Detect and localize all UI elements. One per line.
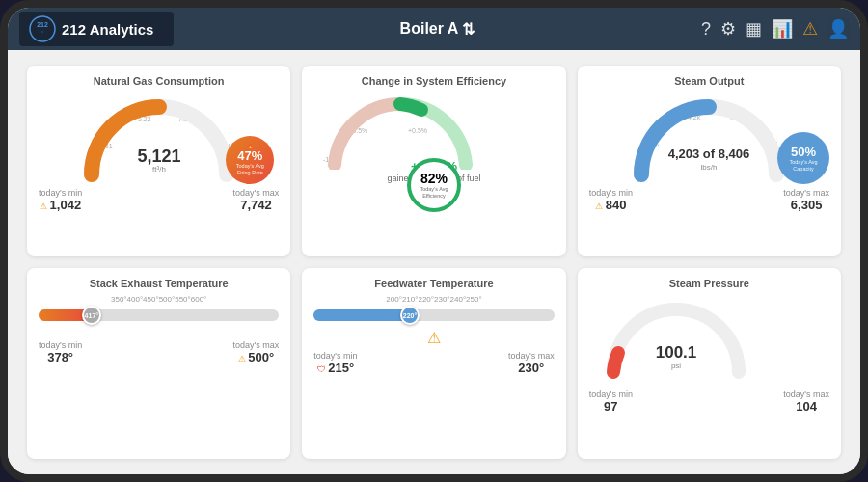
device-inner: 212 ° 212 Analytics Boiler A ⇅ ? ⚙ ▦ 📊 ⚠…	[8, 8, 860, 474]
pressure-gauge-container: 100 125 150 100.1 psi	[589, 295, 829, 386]
logo-text: 212 Analytics	[62, 21, 153, 38]
svg-text:212: 212	[37, 21, 48, 28]
natural-gas-title: Natural Gas Consumption	[94, 75, 225, 87]
feedwater-bar-container: 220°	[313, 309, 554, 321]
stack-exhaust-title: Stack Exhaust Temperature	[90, 278, 229, 289]
logo-icon: 212 °	[29, 15, 56, 42]
steam-output-minmax: today's min ⚠ 840 today's max 6,305	[589, 188, 829, 212]
steam-output-min: today's min ⚠ 840	[589, 188, 633, 212]
svg-text:lbs/h: lbs/h	[701, 163, 718, 172]
firing-rate-label: Today's AvgFiring Rate	[236, 163, 264, 175]
firing-rate-pct: 47%	[237, 148, 262, 163]
svg-text:5,121: 5,121	[137, 147, 180, 166]
feedwater-bar-track: 220°	[313, 309, 554, 321]
stack-max: today's max ⚠ 500°	[233, 340, 280, 364]
steam-output-svg: 0 2.1k 4.2k 6.3k 8.4k 4,203 of 8,406 lbs…	[622, 93, 796, 184]
settings-icon[interactable]: ⚙	[720, 18, 736, 40]
card-system-efficiency: Change in System Efficiency -1% -0.5% +0…	[302, 66, 565, 256]
pressure-max: today's max 104	[783, 389, 829, 414]
efficiency-svg: -1% -0.5% +0.5% +1%	[313, 93, 487, 170]
efficiency-title: Change in System Efficiency	[362, 75, 506, 87]
header: 212 ° 212 Analytics Boiler A ⇅ ? ⚙ ▦ 📊 ⚠…	[8, 8, 860, 50]
card-steam-pressure: Steam Pressure 100 125 150 100.1 psi	[578, 268, 841, 459]
natural-gas-gauge: 0 2.61 5.22 7.63 10.4k 5,121 ft³/h	[39, 93, 279, 184]
svg-text:psi: psi	[671, 362, 681, 370]
feedwater-max: today's max 230°	[508, 351, 555, 375]
pressure-svg: 100 125 150 100.1 psi	[589, 295, 763, 382]
chart-icon[interactable]: 📊	[772, 18, 793, 40]
feedwater-minmax: today's min 🛡 215° today's max 230°	[313, 351, 554, 375]
natural-gas-min: today's min ⚠ 1,042	[39, 188, 82, 212]
svg-text:100.1: 100.1	[655, 343, 696, 362]
device-frame: 212 ° 212 Analytics Boiler A ⇅ ? ⚙ ▦ 📊 ⚠…	[0, 0, 868, 482]
stack-pointer: 417°	[82, 306, 101, 325]
firing-rate-badge: 🔥 47% Today's AvgFiring Rate	[226, 136, 274, 184]
card-steam-output: Steam Output 0 2.1k 4.2k 6.3k 8.4k 4,203…	[578, 66, 841, 256]
svg-text:ft³/h: ft³/h	[152, 165, 166, 174]
alert-icon[interactable]: ⚠	[802, 18, 818, 40]
stack-minmax: today's min 378° today's max ⚠ 500°	[39, 340, 279, 364]
boiler-select[interactable]: Boiler A ⇅	[400, 20, 475, 39]
efficiency-badge: 82% Today's AvgEfficiency	[407, 158, 461, 212]
steam-min-warn-icon: ⚠	[595, 201, 603, 211]
min-warn-icon: ⚠	[40, 201, 47, 211]
user-icon[interactable]: 👤	[827, 18, 849, 40]
logo-area: 212 ° 212 Analytics	[19, 12, 174, 46]
feedwater-bar-fill	[313, 309, 410, 321]
efficiency-gauge-container: -1% -0.5% +0.5% +1% + 0.36% gained 2.341	[313, 93, 554, 183]
header-icons: ? ⚙ ▦ 📊 ⚠ 👤	[701, 18, 849, 40]
pressure-minmax: today's min 97 today's max 104	[589, 389, 829, 414]
stack-bar-container: 417°	[39, 309, 279, 321]
pressure-min: today's min 97	[589, 389, 633, 414]
feedwater-pointer: 220°	[400, 306, 420, 325]
svg-point-0	[30, 16, 55, 41]
capacity-badge: 50% Today's AvgCapacity	[777, 132, 829, 184]
natural-gas-minmax: today's min ⚠ 1,042 today's max 7,742	[39, 188, 279, 212]
card-natural-gas: Natural Gas Consumption 0 2.61 5.22 7.63…	[27, 66, 290, 256]
natural-gas-max: today's max 7,742	[233, 188, 280, 212]
feedwater-title: Feedwater Temperature	[374, 278, 493, 289]
svg-text:°: °	[41, 30, 43, 36]
feedwater-scale: 200° 210° 220° 230° 240° 250°	[386, 295, 481, 304]
steam-output-title: Steam Output	[674, 75, 744, 87]
stack-scale: 350° 400° 450° 500° 550° 600°	[111, 295, 206, 304]
card-feedwater: Feedwater Temperature 200° 210° 220° 230…	[302, 268, 565, 459]
stack-bar-track: 417°	[39, 309, 279, 321]
feedwater-min-icon: 🛡	[317, 364, 326, 374]
steam-output-max: today's max 6,305	[783, 188, 829, 212]
dashboard-icon[interactable]: ▦	[746, 18, 762, 40]
stack-max-warn-icon: ⚠	[238, 354, 246, 363]
steam-pressure-title: Steam Pressure	[669, 278, 749, 289]
help-icon[interactable]: ?	[701, 19, 711, 40]
svg-text:+0.5%: +0.5%	[408, 127, 427, 134]
main-content: Natural Gas Consumption 0 2.61 5.22 7.63…	[8, 50, 860, 474]
svg-text:4,203 of 8,406: 4,203 of 8,406	[668, 147, 750, 161]
card-stack-exhaust: Stack Exhaust Temperature 350° 400° 450°…	[27, 268, 290, 459]
steam-output-gauge: 0 2.1k 4.2k 6.3k 8.4k 4,203 of 8,406 lbs…	[589, 93, 829, 184]
stack-min: today's min 378°	[39, 340, 82, 364]
header-center: Boiler A ⇅	[181, 20, 693, 39]
feedwater-alert-icon: ⚠	[427, 330, 441, 346]
feedwater-min: today's min 🛡 215°	[313, 351, 357, 375]
natural-gas-svg: 0 2.61 5.22 7.63 10.4k 5,121 ft³/h	[72, 93, 246, 184]
